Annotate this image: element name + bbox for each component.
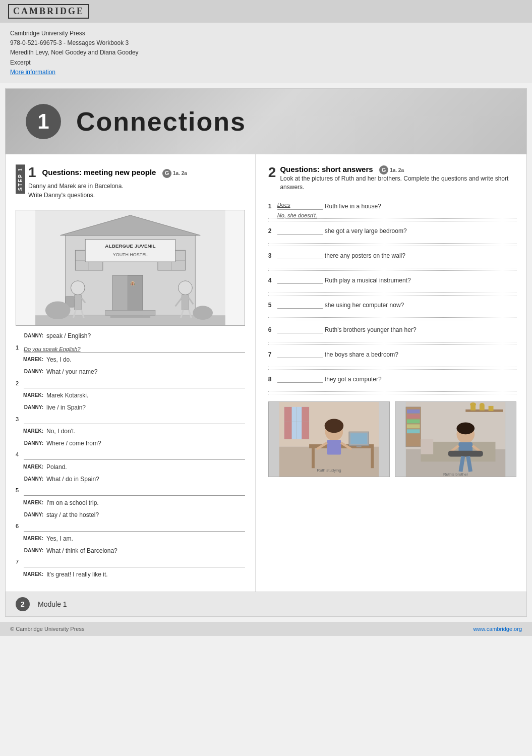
question-3: 3 there any posters on the wall? bbox=[268, 251, 516, 271]
speaker-danny-7: DANNY: bbox=[16, 546, 43, 557]
page-footer: 2 Module 1 bbox=[6, 592, 526, 616]
svg-point-58 bbox=[470, 402, 476, 406]
svg-rect-4 bbox=[113, 275, 128, 315]
svg-rect-43 bbox=[371, 448, 374, 468]
chapter-header: 1 Connections bbox=[6, 89, 526, 154]
speech-danny-1: speak / English? bbox=[46, 331, 91, 342]
dialogue-line-marek-2: MAREK: Marek Kotarski. bbox=[16, 390, 245, 401]
speaker-marek-5: MAREK: bbox=[16, 498, 43, 509]
meta-info: Cambridge University Press 978-0-521-696… bbox=[0, 23, 532, 83]
svg-line-77 bbox=[468, 456, 470, 472]
hostel-illustration: ALBERGUE JUVENIL YOUTH HOSTEL bbox=[16, 210, 245, 326]
exercise1-instruction2: Write Danny's questions. bbox=[28, 192, 187, 199]
page-number-badge: 2 bbox=[16, 597, 30, 611]
speaker-marek-4: MAREK: bbox=[16, 462, 43, 473]
svg-point-60 bbox=[480, 403, 485, 407]
speaker-danny-4: DANNY: bbox=[16, 438, 43, 449]
dialogue-line-danny-7: DANNY: What / think of Barcelona? bbox=[16, 546, 245, 557]
question-5: 5 she using her computer now? bbox=[268, 301, 516, 320]
svg-rect-11 bbox=[85, 239, 175, 262]
svg-rect-18 bbox=[182, 295, 189, 310]
speaker-marek-7: MAREK: bbox=[16, 569, 43, 580]
svg-rect-42 bbox=[312, 448, 315, 468]
meta-line4: Excerpt bbox=[10, 58, 522, 68]
svg-rect-49 bbox=[327, 440, 341, 455]
exercise2-number: 2 bbox=[268, 164, 276, 181]
svg-rect-69 bbox=[421, 439, 433, 454]
dialogue-line-danny-4: DANNY: Where / come from? bbox=[16, 438, 245, 449]
speaker-danny-1: DANNY: bbox=[16, 331, 43, 342]
speaker-danny-6: DANNY: bbox=[16, 510, 43, 521]
svg-rect-63 bbox=[407, 409, 420, 413]
exercise1-instruction1: Danny and Marek are in Barcelona. bbox=[28, 183, 187, 190]
chapter-number: 1 bbox=[26, 104, 61, 139]
grammar-circle2: G bbox=[379, 165, 388, 175]
speech-marek-3: No, I don't. bbox=[46, 426, 76, 437]
meta-line2: 978-0-521-69675-3 - Messages Workbook 3 bbox=[10, 38, 522, 48]
photos-row: Ruth studying bbox=[268, 401, 516, 477]
left-column: STEP 1 1 Questions: meeting new people bbox=[6, 154, 256, 592]
speech-danny-4: Where / come from? bbox=[46, 438, 101, 449]
svg-rect-15 bbox=[105, 310, 155, 315]
chapter-title: Connections bbox=[76, 106, 246, 137]
hostel-svg: ALBERGUE JUVENIL YOUTH HOSTEL bbox=[16, 210, 245, 325]
speaker-marek-2: MAREK: bbox=[16, 390, 43, 401]
grammar-circle1: G bbox=[162, 169, 171, 178]
step-label: STEP 1 1 Questions: meeting new people bbox=[16, 164, 245, 205]
photo-boy: Ruth's brother bbox=[395, 401, 516, 477]
meta-line1: Cambridge University Press bbox=[10, 29, 522, 38]
svg-text:Ruth studying: Ruth studying bbox=[317, 468, 341, 473]
dialogue-line-marek-3: MAREK: No, I don't. bbox=[16, 426, 245, 437]
speech-marek-2: Marek Kotarski. bbox=[46, 390, 88, 401]
svg-text:Ruth's brother: Ruth's brother bbox=[443, 472, 468, 477]
svg-rect-75 bbox=[448, 450, 483, 456]
speaker-danny-2: DANNY: bbox=[16, 367, 43, 378]
speech-danny-6: stay / at the hostel? bbox=[46, 510, 99, 521]
speech-marek-6: Yes, I am. bbox=[46, 534, 73, 545]
svg-rect-64 bbox=[407, 414, 420, 418]
dialogue-line-marek-4: MAREK: Poland. bbox=[16, 462, 245, 473]
svg-rect-24 bbox=[74, 295, 81, 310]
meta-line3: Meredith Levy, Noel Goodey and Diana Goo… bbox=[10, 48, 522, 57]
dialogue-line-marek-5: MAREK: I'm on a school trip. bbox=[16, 498, 245, 509]
answer-1: 1 Do you speak English? bbox=[16, 343, 245, 353]
speech-marek-1: Yes, I do. bbox=[46, 355, 72, 366]
svg-rect-38 bbox=[302, 407, 309, 439]
header-bar: CAMBRIDGE bbox=[0, 0, 532, 23]
footer-bar: © Cambridge University Press www.cambrid… bbox=[0, 622, 532, 636]
exercise2-title: Questions: short answers G 1a. 2a bbox=[280, 164, 516, 175]
dialogue-line-danny-5: DANNY: What / do in Spain? bbox=[16, 474, 245, 485]
exercise2-header: 2 Questions: short answers G 1a. 2a Look… bbox=[268, 164, 516, 198]
svg-rect-37 bbox=[284, 407, 292, 439]
question-1: 1 Does Ruth live in a house? No, she doe… bbox=[268, 202, 516, 221]
svg-text:YOUTH HOSTEL: YOUTH HOSTEL bbox=[113, 252, 148, 257]
photo-boy-svg: Ruth's brother bbox=[395, 402, 516, 477]
footer-copyright: © Cambridge University Press bbox=[10, 626, 84, 632]
answer-4: 4 bbox=[16, 450, 245, 460]
speech-danny-5: What / do in Spain? bbox=[46, 474, 99, 485]
svg-point-48 bbox=[324, 419, 343, 433]
svg-line-76 bbox=[460, 456, 463, 472]
footer-website: www.cambridge.org bbox=[473, 626, 522, 632]
meta-link[interactable]: More information bbox=[10, 69, 55, 76]
question-6: 6 Ruth's brothers younger than her? bbox=[268, 325, 516, 345]
speaker-danny-3: DANNY: bbox=[16, 402, 43, 414]
grammar-badge2: G 1a. 2a bbox=[379, 165, 404, 175]
answer-3: 3 bbox=[16, 415, 245, 425]
speaker-marek-6: MAREK: bbox=[16, 534, 43, 545]
question-4: 4 Ruth play a musical instrument? bbox=[268, 276, 516, 296]
svg-rect-61 bbox=[489, 406, 494, 411]
questions-list: 1 Does Ruth live in a house? No, she doe… bbox=[268, 202, 516, 394]
dialogue-line-danny-6: DANNY: stay / at the hostel? bbox=[16, 510, 245, 521]
dialogue-line-marek-7: MAREK: It's great! I really like it. bbox=[16, 569, 245, 580]
right-column: 2 Questions: short answers G 1a. 2a Look… bbox=[256, 154, 526, 592]
photo-girl: Ruth studying bbox=[268, 401, 390, 477]
dialogue-line-1: DANNY: speak / English? bbox=[16, 331, 245, 342]
dialogue-line-danny-3: DANNY: live / in Spain? bbox=[16, 402, 245, 414]
answer-2: 2 bbox=[16, 379, 245, 389]
svg-rect-67 bbox=[407, 429, 420, 433]
speech-marek-4: Poland. bbox=[46, 462, 67, 473]
photo-girl-svg: Ruth studying bbox=[269, 402, 389, 477]
dialogue-section: DANNY: speak / English? 1 Do you speak E… bbox=[16, 331, 245, 580]
svg-point-71 bbox=[456, 422, 475, 434]
